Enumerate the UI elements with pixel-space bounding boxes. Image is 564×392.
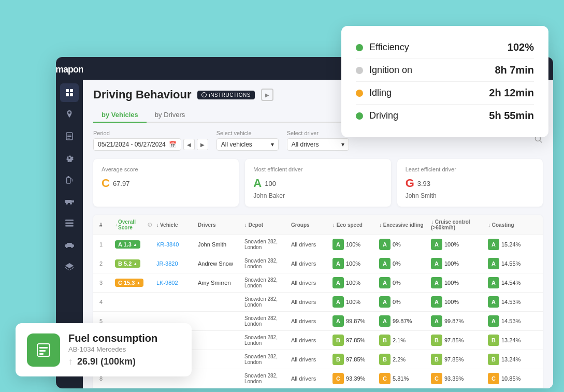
fuel-arrow-icon: ↑ [68, 356, 73, 367]
fuel-value-row: ↑ 26.9l (100km) [68, 356, 157, 367]
tab-by-vehicles[interactable]: by Vehicles [93, 108, 147, 123]
svg-rect-8 [67, 178, 70, 184]
row-cruise: B 97.85% [429, 331, 486, 350]
row-vehicle: LK-9802 [154, 276, 196, 289]
vehicle-link[interactable]: LK-9802 [156, 280, 178, 286]
row-groups: All drivers [289, 372, 330, 385]
svg-rect-0 [66, 89, 69, 92]
row-coasting: A 14.53% [486, 312, 532, 330]
best-driver-name: John Baker [253, 192, 382, 199]
row-idling: A 0% [377, 235, 429, 254]
row-eco: A 100% [330, 254, 377, 273]
row-eco: C 93.39% [330, 369, 377, 388]
row-idling: B 2.1% [377, 331, 429, 350]
sidebar-item-vehicles[interactable] [60, 192, 79, 211]
idling-label: Idling [369, 88, 489, 98]
efficiency-value: 102% [508, 41, 534, 53]
vehicle-select[interactable]: All vehicles ▾ [216, 138, 279, 151]
svg-rect-13 [72, 200, 74, 202]
period-input-row: 05/21/2024 - 05/27/2024 📅 ◀ ▶ [93, 138, 208, 151]
col-eco[interactable]: ↓ Eco speed [330, 215, 377, 235]
driver-label: Select driver [287, 130, 349, 136]
svg-rect-14 [65, 220, 74, 221]
ignition-value: 8h 7min [495, 64, 534, 76]
row-vehicle: KR-3840 [154, 238, 196, 251]
vehicle-value: All vehicles [221, 141, 252, 148]
worst-driver-title: Least efficient driver [406, 166, 534, 172]
period-filter: Period 05/21/2024 - 05/27/2024 📅 ◀ ▶ [93, 130, 208, 151]
row-score [113, 298, 154, 306]
worst-driver-card: Least efficient driver G 3.93 John Smith [397, 159, 543, 207]
prev-period-button[interactable]: ◀ [183, 139, 195, 150]
sidebar-item-settings[interactable] [60, 149, 79, 167]
col-vehicle[interactable]: ↓ Vehicle [154, 215, 196, 235]
driver-select[interactable]: All drivers ▾ [287, 138, 349, 151]
sidebar-item-layers[interactable] [60, 257, 79, 276]
row-idling: C 5.81% [377, 369, 429, 388]
svg-rect-5 [67, 135, 71, 136]
svg-rect-15 [65, 223, 74, 224]
info-icon: i [148, 222, 152, 227]
row-driver: Andrew Snow [196, 257, 242, 270]
svg-rect-17 [65, 244, 74, 247]
svg-rect-31 [39, 350, 46, 352]
row-groups: All drivers [289, 314, 330, 328]
driving-label: Driving [369, 110, 489, 121]
row-idling: A 0% [377, 254, 429, 273]
row-num: 1 [97, 238, 113, 251]
average-score-title: Average score [102, 166, 230, 172]
col-cruise[interactable]: ↓ Cruise control (>60km/h) [429, 215, 486, 235]
row-eco: B 97.85% [330, 350, 377, 369]
average-score-value: C 67.97 [102, 177, 230, 190]
vehicle-label: Select vehicle [216, 130, 279, 136]
fuel-value: 26.9l (100km) [77, 356, 136, 367]
driver-value: All drivers [292, 141, 319, 148]
next-period-button[interactable]: ▶ [197, 139, 208, 150]
row-num: 3 [97, 276, 113, 289]
vehicle-link[interactable]: JR-3820 [156, 260, 178, 267]
sidebar-item-list[interactable] [60, 214, 79, 233]
tooltip-row-idling: Idling 2h 12min [356, 82, 534, 105]
row-cruise: A 100% [429, 235, 486, 254]
row-vehicle: JR-3820 [154, 257, 196, 270]
worst-driver-score: G 3.93 [406, 177, 534, 190]
date-range-input[interactable]: 05/21/2024 - 05/27/2024 📅 [93, 138, 181, 151]
row-depot: Snowden 282, London [242, 369, 289, 388]
best-driver-title: Most efficient driver [253, 166, 382, 172]
row-depot: Snowden 282, London [242, 350, 289, 369]
row-groups: All drivers [289, 276, 330, 289]
row-score: C 15.3 ▲ [113, 275, 154, 291]
instructions-badge[interactable]: i iNSTRUCTIONS [197, 91, 254, 99]
sidebar-item-reports[interactable] [60, 127, 79, 146]
col-score[interactable]: ↓ Overall Score i [113, 215, 154, 235]
score-badge: B 5.2 ▲ [115, 259, 140, 268]
instructions-label: iNSTRUCTIONS [209, 92, 250, 98]
page-title: Driving Behaviour [93, 88, 191, 101]
row-eco: B 97.85% [330, 331, 377, 350]
best-driver-card: Most efficient driver A 100 John Baker [245, 159, 391, 207]
tooltip-row-efficiency: Efficiency 102% [356, 36, 534, 59]
svg-rect-6 [67, 136, 71, 137]
sidebar-item-fuel[interactable] [60, 170, 79, 189]
table-row: 1 A 1.3 ▲ KR-3840 John Smith Snowden 282… [93, 235, 543, 254]
col-drivers[interactable]: Drivers [196, 215, 242, 235]
row-driver [196, 317, 242, 325]
row-cruise: C 93.39% [429, 369, 486, 388]
play-button[interactable]: ▶ [261, 89, 273, 101]
row-num: 2 [97, 257, 113, 270]
average-score-card: Average score C 67.97 [93, 159, 239, 207]
score-badge: A 1.3 ▲ [115, 240, 140, 249]
stats-row: Average score C 67.97 Most efficient dri… [93, 159, 543, 207]
row-cruise: A 99.87% [429, 312, 486, 330]
col-depot[interactable]: ↓ Depot [242, 215, 289, 235]
row-eco: A 100% [330, 235, 377, 254]
col-coasting[interactable]: ↓ Coasting [486, 215, 532, 235]
sidebar-item-car[interactable] [60, 236, 79, 254]
col-groups[interactable]: Groups [289, 215, 330, 235]
sidebar-item-dashboard[interactable] [60, 83, 79, 102]
sidebar-item-map[interactable] [60, 105, 79, 124]
svg-text:i: i [204, 94, 205, 97]
vehicle-link[interactable]: KR-3840 [156, 241, 179, 248]
col-idling[interactable]: ↓ Excessive idling [377, 215, 429, 235]
tab-by-drivers[interactable]: by Drivers [147, 108, 194, 123]
